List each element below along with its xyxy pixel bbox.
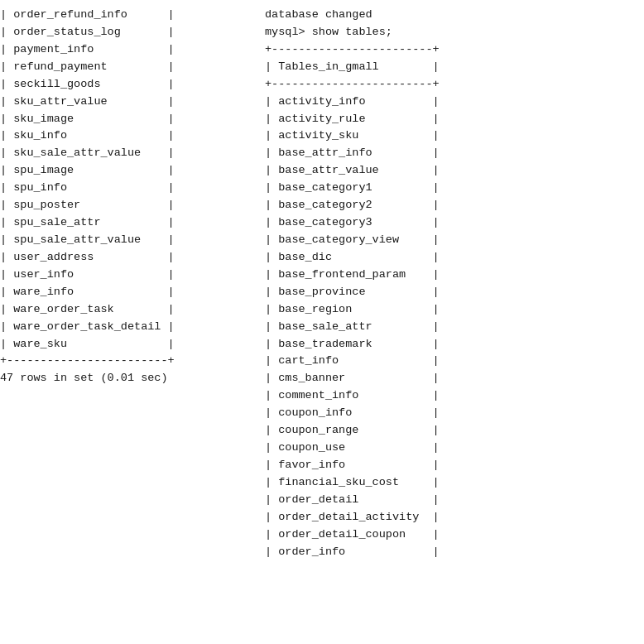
right-table-row: | cart_info |	[265, 353, 644, 370]
left-table-row: | ware_info |	[0, 284, 265, 301]
right-table-row: | order_info |	[265, 544, 644, 561]
right-table-row: | activity_sku |	[265, 127, 644, 145]
left-table-row: | spu_info |	[0, 180, 265, 197]
left-table-row: | ware_order_task_detail |	[0, 319, 265, 336]
left-panel: | order_refund_info || order_status_log …	[0, 0, 265, 644]
right-table-row: | activity_info |	[265, 94, 644, 111]
right-panel: database changed mysql> show tables; +--…	[265, 0, 644, 644]
right-top-border: +------------------------+	[265, 41, 644, 59]
left-table-row: | refund_payment |	[0, 59, 265, 76]
right-table-row: | base_region |	[265, 301, 644, 319]
terminal-container: | order_refund_info || order_status_log …	[0, 0, 644, 644]
right-table-row: | coupon_use |	[265, 440, 644, 457]
right-table-row: | base_dic |	[265, 249, 644, 267]
right-separator: +------------------------+	[265, 76, 644, 94]
right-table-row: | base_category1 |	[265, 180, 644, 197]
right-table-row: | financial_sku_cost |	[265, 474, 644, 492]
right-table-row: | order_detail |	[265, 492, 644, 509]
left-table-row: | spu_image |	[0, 162, 265, 180]
right-table-row: | base_sale_attr |	[265, 319, 644, 336]
right-table-row: | base_attr_info |	[265, 145, 644, 162]
right-table-row: | coupon_info |	[265, 405, 644, 422]
left-row-count: 47 rows in set (0.01 sec)	[0, 370, 265, 387]
left-table-row: | sku_sale_attr_value |	[0, 145, 265, 162]
right-header-line1: database changed	[265, 7, 644, 24]
right-table-row: | base_trademark |	[265, 336, 644, 353]
left-table-row: | user_address |	[0, 249, 265, 267]
left-table-row: | seckill_goods |	[0, 76, 265, 94]
right-table-row: | base_province |	[265, 284, 644, 301]
left-table-row: | ware_sku |	[0, 336, 265, 353]
right-table-row: | cms_banner |	[265, 370, 644, 387]
left-table-row: | sku_attr_value |	[0, 94, 265, 111]
right-table-row: | order_detail_coupon |	[265, 526, 644, 544]
left-table-row: | user_info |	[0, 267, 265, 284]
left-table-row: | order_status_log |	[0, 24, 265, 41]
left-table-row: | payment_info |	[0, 41, 265, 59]
right-table-row: | coupon_range |	[265, 422, 644, 440]
left-table-row: | sku_image |	[0, 111, 265, 128]
right-table-row: | base_category_view |	[265, 232, 644, 249]
right-table-row: | base_category2 |	[265, 197, 644, 214]
right-table-row: | base_frontend_param |	[265, 267, 644, 284]
left-table-row: | ware_order_task |	[0, 301, 265, 319]
right-table-row: | base_attr_value |	[265, 162, 644, 180]
right-header-line2: mysql> show tables;	[265, 24, 644, 41]
right-table-row: | base_category3 |	[265, 214, 644, 232]
right-table-row: | comment_info |	[265, 387, 644, 405]
right-table-row: | order_detail_activity |	[265, 509, 644, 526]
right-column-header: | Tables_in_gmall |	[265, 59, 644, 76]
left-bottom-border: +------------------------+	[0, 353, 265, 370]
right-table-row: | activity_rule |	[265, 111, 644, 128]
left-table-row: | order_refund_info |	[0, 7, 265, 24]
left-table-row: | spu_sale_attr |	[0, 214, 265, 232]
left-table-row: | sku_info |	[0, 127, 265, 145]
left-table-row: | spu_sale_attr_value |	[0, 232, 265, 249]
left-table-row: | spu_poster |	[0, 197, 265, 214]
right-table-row: | favor_info |	[265, 457, 644, 474]
